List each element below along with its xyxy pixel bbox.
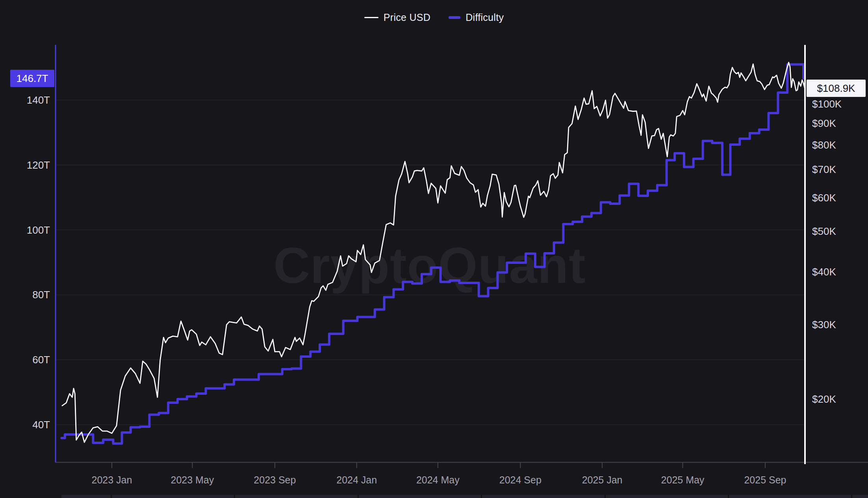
left-tick-label: 60T bbox=[32, 354, 50, 366]
right-tick-label: $30K bbox=[812, 319, 836, 331]
timeline-divider bbox=[111, 495, 112, 498]
x-tick-label: 2024 Sep bbox=[499, 474, 542, 485]
x-tick-label: 2025 Sep bbox=[744, 474, 786, 485]
x-tick-label: 2025 May bbox=[661, 474, 705, 485]
x-tick-label: 2023 Sep bbox=[254, 474, 296, 485]
right-tick-label: $90K bbox=[812, 117, 836, 129]
difficulty-current-badge: 146.7T bbox=[10, 70, 54, 87]
right-tick-label: $80K bbox=[812, 139, 836, 151]
x-tick-label: 2023 Jan bbox=[92, 474, 132, 485]
timeline-divider bbox=[605, 495, 606, 498]
right-tick-label: $70K bbox=[812, 164, 836, 175]
timeline-divider bbox=[358, 495, 359, 498]
left-tick-label: 100T bbox=[27, 224, 50, 236]
chart-panel: Price USD Difficulty CryptoQuant 2023 Ja… bbox=[0, 0, 868, 498]
price-line bbox=[62, 62, 805, 442]
right-tick-label: $20K bbox=[812, 393, 836, 405]
x-tick-label: 2024 May bbox=[416, 474, 460, 485]
timeline-divider bbox=[728, 495, 729, 498]
timeline-scrollbar[interactable] bbox=[61, 495, 868, 498]
x-tick-label: 2025 Jan bbox=[582, 474, 623, 485]
price-current-badge: $108.9K bbox=[807, 80, 866, 97]
left-tick-label: 120T bbox=[27, 159, 50, 171]
right-tick-label: $50K bbox=[812, 225, 836, 237]
x-tick-label: 2024 Jan bbox=[336, 474, 377, 485]
timeline-divider bbox=[234, 495, 235, 498]
timeline-divider bbox=[481, 495, 482, 498]
right-tick-label: $60K bbox=[812, 192, 836, 204]
x-tick-label: 2023 May bbox=[171, 474, 214, 485]
left-tick-label: 80T bbox=[32, 289, 50, 301]
price-difficulty-chart[interactable]: 2023 Jan2023 May2023 Sep2024 Jan2024 May… bbox=[0, 0, 868, 498]
left-tick-label: 140T bbox=[27, 94, 50, 106]
right-tick-label: $40K bbox=[812, 266, 836, 278]
timeline-divider bbox=[851, 495, 852, 498]
left-tick-label: 40T bbox=[32, 419, 50, 431]
difficulty-line bbox=[61, 64, 804, 443]
right-tick-label: $100K bbox=[812, 98, 842, 110]
